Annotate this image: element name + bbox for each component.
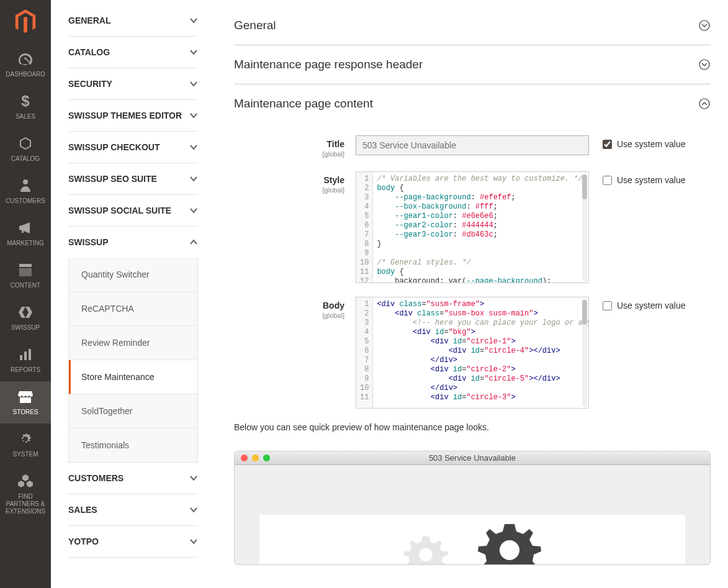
nav-sales[interactable]: $SALES xyxy=(0,86,51,128)
svg-point-9 xyxy=(699,99,709,109)
config-tab-sales_tab: SALES xyxy=(68,494,198,526)
scrollbar[interactable] xyxy=(582,299,587,407)
magento-logo[interactable] xyxy=(0,0,51,43)
svg-rect-2 xyxy=(19,264,32,267)
nav-label: MARKETING xyxy=(7,240,43,247)
config-tab-label: SALES xyxy=(68,505,97,515)
config-tab-swissup: SWISSUPQuantity SwitcherReCAPTCHAReview … xyxy=(68,227,198,463)
svg-rect-4 xyxy=(20,355,22,360)
field-body: Body [global] 1234567891011 <div class="… xyxy=(234,297,711,409)
layout-icon xyxy=(17,262,34,278)
config-tab-header-sales_tab[interactable]: SALES xyxy=(68,494,198,525)
section-response-header: Maintenance page response header xyxy=(234,45,711,84)
svg-rect-5 xyxy=(24,351,27,360)
section-title: Maintenance page content xyxy=(234,97,373,111)
body-use-system-checkbox[interactable] xyxy=(603,301,612,310)
nav-swissup[interactable]: SWISSUP xyxy=(0,297,51,339)
nav-content[interactable]: CONTENT xyxy=(0,255,51,297)
config-tab-header-yotpo[interactable]: YOTPO xyxy=(68,526,198,557)
config-tab-header-swissup_social[interactable]: SWISSUP SOCIAL SUITE xyxy=(68,195,198,226)
gear-light-icon xyxy=(398,533,454,564)
section-content-header[interactable]: Maintenance page content xyxy=(234,84,711,123)
scrollbar[interactable] xyxy=(582,173,587,281)
preview-content-box xyxy=(259,515,685,564)
nav-marketing[interactable]: MARKETING xyxy=(0,212,51,255)
chevron-down-icon xyxy=(189,505,198,514)
traffic-light-close-icon xyxy=(241,455,248,461)
cube-icon xyxy=(17,135,34,152)
config-tab-header-swissup_seo[interactable]: SWISSUP SEO SUITE xyxy=(68,163,198,194)
use-system-label: Use system value xyxy=(617,139,685,149)
nav-label: DASHBOARD xyxy=(6,71,45,78)
expand-icon xyxy=(698,58,711,71)
config-tab-customers: CUSTOMERS xyxy=(68,463,198,494)
field-label: Title [global] xyxy=(234,135,356,158)
nav-label: STORES xyxy=(13,409,38,416)
gauge-icon xyxy=(17,51,34,67)
style-use-system-checkbox[interactable] xyxy=(603,176,612,185)
config-tab-label: SECURITY xyxy=(68,79,112,89)
svg-rect-3 xyxy=(19,268,32,276)
chevron-down-icon xyxy=(189,474,198,482)
config-subitem-review[interactable]: Review Reminder xyxy=(69,326,197,360)
config-tab-swissup_seo: SWISSUP SEO SUITE xyxy=(68,163,198,195)
expand-icon xyxy=(698,19,711,32)
body-code-editor[interactable]: 1234567891011 <div class="susm-frame"> <… xyxy=(356,297,589,409)
section-title: Maintenance page response header xyxy=(234,58,423,71)
config-tab-header-swissup[interactable]: SWISSUP xyxy=(68,227,198,258)
hex-icon xyxy=(17,304,34,320)
svg-point-8 xyxy=(699,60,709,70)
config-tab-label: SWISSUP xyxy=(68,237,109,247)
nav-customers[interactable]: CUSTOMERS xyxy=(0,170,51,212)
config-tab-header-swissup_checkout[interactable]: SWISSUP CHECKOUT xyxy=(68,132,198,163)
nav-stores[interactable]: STORES xyxy=(0,381,51,423)
config-tab-label: CATALOG xyxy=(68,47,110,57)
config-tab-header-customers[interactable]: CUSTOMERS xyxy=(68,463,198,494)
admin-sidebar: DASHBOARD$SALESCATALOGCUSTOMERSMARKETING… xyxy=(0,0,51,588)
section-title: General xyxy=(234,19,276,32)
preview-window-title: 503 Service Unavailable xyxy=(235,453,710,463)
config-subitem-qty[interactable]: Quantity Switcher xyxy=(69,258,197,292)
field-style: Style [global] 123456789101112 /* Variab… xyxy=(234,171,711,283)
chevron-down-icon xyxy=(189,16,198,25)
nav-system[interactable]: SYSTEM xyxy=(0,423,51,466)
config-tab-swissup_themes: SWISSUP THEMES EDITOR xyxy=(68,100,198,132)
svg-text:$: $ xyxy=(21,93,30,109)
nav-dashboard[interactable]: DASHBOARD xyxy=(0,43,51,86)
use-system-label: Use system value xyxy=(617,175,685,185)
nav-label: SALES xyxy=(16,113,35,120)
nav-label: CUSTOMERS xyxy=(6,197,45,205)
config-tab-header-swissup_themes[interactable]: SWISSUP THEMES EDITOR xyxy=(68,100,198,131)
section-response-header-header[interactable]: Maintenance page response header xyxy=(234,45,711,84)
config-tab-header-security[interactable]: SECURITY xyxy=(68,68,198,99)
config-subitem-soldtogether[interactable]: SoldTogether xyxy=(69,394,197,428)
gear-icon xyxy=(17,431,34,447)
config-subitem-recaptcha[interactable]: ReCAPTCHA xyxy=(69,292,197,326)
config-subitem-maintenance[interactable]: Store Maintenance xyxy=(69,360,197,394)
section-content: Maintenance page content Title [global] … xyxy=(234,84,711,584)
svg-point-1 xyxy=(23,179,28,184)
title-input xyxy=(356,135,589,155)
config-tab-header-general[interactable]: GENERAL xyxy=(68,5,198,36)
nav-catalog[interactable]: CATALOG xyxy=(0,128,51,170)
config-subitem-testimonials[interactable]: Testimonials xyxy=(69,428,197,462)
bars-icon xyxy=(17,346,34,363)
preview-body xyxy=(235,465,710,564)
collapse-icon xyxy=(698,97,711,110)
nav-reports[interactable]: REPORTS xyxy=(0,339,51,381)
config-tab-label: YOTPO xyxy=(68,536,99,546)
chevron-down-icon xyxy=(189,537,198,546)
nav-label: SYSTEM xyxy=(12,451,38,458)
style-code-editor[interactable]: 123456789101112 /* Variables are the bes… xyxy=(356,171,589,283)
main-content: General Maintenance page response header… xyxy=(215,0,728,588)
nav-partners[interactable]: FIND PARTNERS & EXTENSIONS xyxy=(0,466,51,523)
chevron-down-icon xyxy=(189,143,198,152)
config-tab-header-catalog[interactable]: CATALOG xyxy=(68,37,198,68)
title-use-system-checkbox[interactable] xyxy=(603,140,612,149)
chevron-down-icon xyxy=(189,79,198,88)
svg-point-11 xyxy=(500,540,519,560)
field-label: Style [global] xyxy=(234,171,356,194)
chevron-down-icon xyxy=(189,206,198,215)
chevron-down-icon xyxy=(189,174,198,183)
section-general-header[interactable]: General xyxy=(234,6,711,45)
